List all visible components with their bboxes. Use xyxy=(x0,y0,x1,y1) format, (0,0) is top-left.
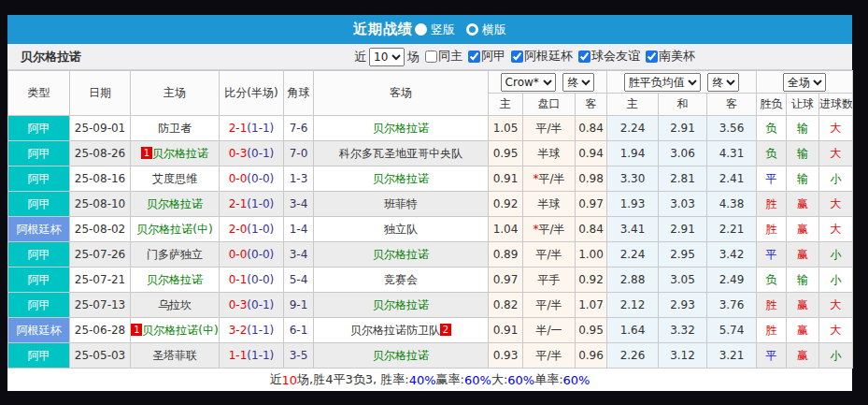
result-goals: 小 xyxy=(819,268,853,293)
odds-away-value: 0.97 xyxy=(576,192,607,217)
corner-score: 1-3 xyxy=(284,166,314,192)
filter-checkbox[interactable]: 球会友谊 xyxy=(576,48,640,65)
score-cell: 3-2(1-1) xyxy=(220,318,284,343)
header-row-top: 类型 日期 主场 比分(半场) 角球 客场 Crow* 终 胜平负均值 终 xyxy=(8,71,853,94)
summary-segment: 赢率: xyxy=(436,371,464,388)
fulltime-score: 2-1 xyxy=(229,122,248,135)
league-type-badge: 阿甲 xyxy=(8,242,70,268)
table-row: 阿甲 25-07-13 乌拉坎 0-3(0-1) 9-1 贝尔格拉诺 0.82 … xyxy=(8,293,853,318)
fulltime-score: 2-0 xyxy=(229,223,248,236)
recent-count-select[interactable]: 10 xyxy=(369,48,405,66)
result-goals: 大 xyxy=(819,293,853,318)
wdl-away-value: 2.21 xyxy=(707,217,757,242)
filter-checkbox[interactable]: 阿根廷杯 xyxy=(509,48,573,65)
result-winloss: 负 xyxy=(757,268,787,293)
wdl-away-value: 3.21 xyxy=(707,343,757,369)
col-header-date: 日期 xyxy=(70,71,131,116)
checkbox-input[interactable] xyxy=(646,51,658,63)
team-label: 贝尔格拉诺 xyxy=(373,248,429,261)
matches-label: 场 xyxy=(407,49,420,65)
odds-home-value: 0.97 xyxy=(489,268,523,293)
checkbox-label: 阿甲 xyxy=(481,48,505,65)
corner-score: 3-5 xyxy=(284,343,314,369)
wdl-away-value: 5.74 xyxy=(707,318,757,343)
radio-vertical-label[interactable]: 竖版 xyxy=(431,22,455,38)
result-handicap: 输 xyxy=(787,116,819,141)
filter-checkbox[interactable]: 同主 xyxy=(423,48,462,65)
col-header-wdl-home: 主 xyxy=(607,94,659,116)
col-header-wdl-draw: 和 xyxy=(659,94,707,116)
wdl-home-value: 3.41 xyxy=(607,217,659,242)
wdl-away-value: 2.49 xyxy=(707,268,757,293)
col-header-score: 比分(半场) xyxy=(220,71,284,116)
team-label: 贝尔格拉诺 xyxy=(152,147,208,160)
match-date: 25-05-03 xyxy=(70,343,131,369)
radio-horizontal[interactable] xyxy=(466,23,478,36)
fulltime-score: 0-0 xyxy=(229,248,248,261)
table-row: 阿根廷杯 25-08-02 贝尔格拉诺(中) 2-0(1-0) 1-4 独立队 … xyxy=(8,217,853,242)
fulltime-score: 0-3 xyxy=(229,298,248,311)
odds-company-select[interactable]: Crow* xyxy=(501,73,556,92)
score-cell: 0-0(0-0) xyxy=(220,242,284,268)
odds-handicap-value: *平/半 xyxy=(523,166,576,192)
fullmatch-select[interactable]: 全场 xyxy=(783,73,826,92)
checkbox-input[interactable] xyxy=(578,51,591,63)
result-handicap: 赢 xyxy=(787,242,819,268)
away-team-cell: 班菲特 xyxy=(314,192,489,217)
checkbox-input[interactable] xyxy=(468,51,480,63)
filter-checkbox[interactable]: 阿甲 xyxy=(466,48,505,65)
wdl-home-value: 2.24 xyxy=(607,242,659,268)
odds-home-value: 1.05 xyxy=(489,116,523,141)
home-team-cell: 圣塔菲联 xyxy=(131,343,220,369)
home-team-cell: 贝尔格拉诺(中) xyxy=(131,217,220,242)
radio-vertical[interactable] xyxy=(415,23,427,36)
team-label: 科尔多瓦圣地亚哥中央队 xyxy=(339,147,462,160)
radio-horizontal-label[interactable]: 横版 xyxy=(482,22,506,38)
result-handicap: 赢 xyxy=(787,343,819,369)
wdl-draw-value: 2.95 xyxy=(659,242,707,268)
table-row: 阿甲 25-05-03 圣塔菲联 1-1(1-1) 3-5 贝尔格拉诺 0.93… xyxy=(8,343,853,369)
filter-checkbox[interactable]: 南美杯 xyxy=(644,48,695,65)
table-row: 阿甲 25-07-21 贝尔格拉诺 0-1(0-0) 5-4 竞赛会 0.97 … xyxy=(8,268,853,293)
table-row: 阿根廷杯 25-06-28 1贝尔格拉诺(中) 3-2(1-1) 6-1 贝尔格… xyxy=(8,318,853,343)
home-team-cell: 1贝尔格拉诺 xyxy=(131,141,220,166)
checkbox-input[interactable] xyxy=(511,51,523,63)
score-cell: 0-1(0-0) xyxy=(220,268,284,293)
home-team-cell: 防卫者 xyxy=(131,116,220,141)
checkbox-input[interactable] xyxy=(425,51,437,63)
wdl-time-select[interactable]: 终 xyxy=(707,73,739,92)
red-card-badge: 2 xyxy=(440,324,451,336)
odds-home-value: 1.04 xyxy=(489,217,523,242)
fulltime-score: 0-1 xyxy=(229,273,248,286)
wdl-draw-value: 2.81 xyxy=(659,166,707,192)
fulltime-score: 0-3 xyxy=(229,147,248,160)
wdl-draw-value: 2.93 xyxy=(659,293,707,318)
corner-score: 7-6 xyxy=(284,116,314,141)
summary-segment: 10 xyxy=(282,373,298,387)
team-label: 贝尔格拉诺 xyxy=(373,172,429,185)
match-date: 25-07-13 xyxy=(70,293,131,318)
filter-controls: 近 10 场 同主阿甲阿根廷杯球会友谊南美杯 xyxy=(354,48,695,66)
wdl-away-value: 4.31 xyxy=(707,141,757,166)
corner-score: 3-4 xyxy=(284,192,314,217)
checkbox-label: 阿根廷杯 xyxy=(524,48,573,65)
wdl-draw-value: 3.12 xyxy=(659,343,707,369)
home-team-cell: 贝尔格拉诺 xyxy=(131,268,220,293)
team-label: 艾度思维 xyxy=(152,172,197,185)
score-cell: 0-0(0-0) xyxy=(220,166,284,192)
red-card-badge: 1 xyxy=(131,324,142,336)
wdl-away-value: 4.38 xyxy=(707,192,757,217)
handicap-star: * xyxy=(533,172,538,185)
odds-time-select[interactable]: 终 xyxy=(562,73,594,92)
odds-handicap-value: 平/半 xyxy=(523,343,576,369)
wdl-away-value: 3.56 xyxy=(707,116,757,141)
odds-handicap-value: 半/一 xyxy=(523,318,576,343)
away-team-cell: 贝尔格拉诺 xyxy=(314,116,489,141)
wdl-type-select[interactable]: 胜平负均值 xyxy=(624,73,701,92)
match-date: 25-07-26 xyxy=(70,242,131,268)
away-team-cell: 贝尔格拉诺 xyxy=(314,166,489,192)
home-team-cell: 贝尔格拉诺 xyxy=(131,192,220,217)
team-label: 贝尔格拉诺 xyxy=(147,197,203,210)
result-handicap: 输 xyxy=(787,141,819,166)
team-label: 独立队 xyxy=(384,223,418,236)
